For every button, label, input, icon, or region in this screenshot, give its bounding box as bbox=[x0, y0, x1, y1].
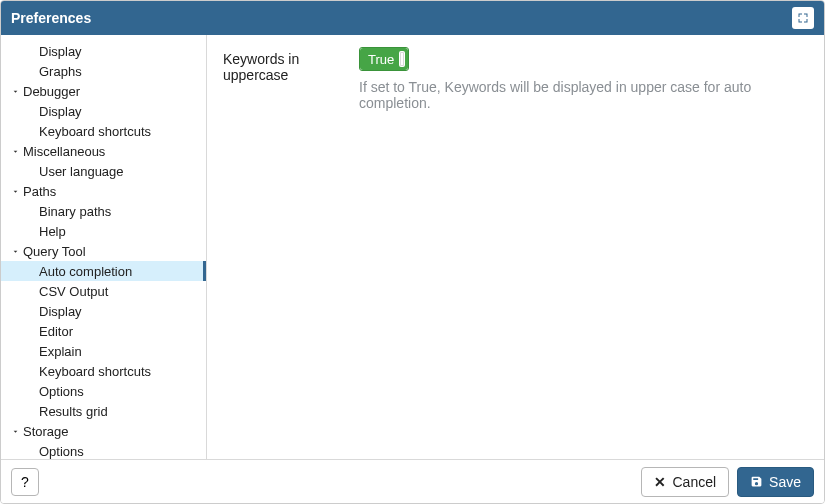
save-button[interactable]: Save bbox=[737, 467, 814, 497]
setting-value: True If set to True, Keywords will be di… bbox=[359, 47, 808, 111]
tree-leaf[interactable]: Results grid bbox=[1, 401, 206, 421]
tree-label: Keyboard shortcuts bbox=[39, 124, 151, 139]
sidebar[interactable]: DisplayGraphsDebuggerDisplayKeyboard sho… bbox=[1, 35, 207, 459]
tree-leaf[interactable]: Display bbox=[1, 101, 206, 121]
tree-label: Display bbox=[39, 104, 82, 119]
tree-leaf[interactable]: Keyboard shortcuts bbox=[1, 361, 206, 381]
tree-leaf[interactable]: Keyboard shortcuts bbox=[1, 121, 206, 141]
expand-icon[interactable] bbox=[792, 7, 814, 29]
tree-label: Keyboard shortcuts bbox=[39, 364, 151, 379]
tree-leaf[interactable]: Explain bbox=[1, 341, 206, 361]
tree-label: Paths bbox=[23, 184, 56, 199]
tree-leaf[interactable]: CSV Output bbox=[1, 281, 206, 301]
tree-label: Debugger bbox=[23, 84, 80, 99]
tree-label: Results grid bbox=[39, 404, 108, 419]
tree-label: Display bbox=[39, 44, 82, 59]
tree-label: Graphs bbox=[39, 64, 82, 79]
tree-group[interactable]: Miscellaneous bbox=[1, 141, 206, 161]
toggle-knob bbox=[400, 52, 404, 66]
tree-leaf[interactable]: Auto completion bbox=[1, 261, 206, 281]
close-icon: ✕ bbox=[654, 474, 666, 490]
tree-leaf[interactable]: Binary paths bbox=[1, 201, 206, 221]
tree-label: Display bbox=[39, 304, 82, 319]
tree-leaf[interactable]: Help bbox=[1, 221, 206, 241]
tree-label: User language bbox=[39, 164, 124, 179]
save-icon bbox=[750, 475, 763, 488]
tree-group[interactable]: Debugger bbox=[1, 81, 206, 101]
toggle-switch[interactable]: True bbox=[359, 47, 409, 71]
tree-leaf[interactable]: Editor bbox=[1, 321, 206, 341]
cancel-button[interactable]: ✕ Cancel bbox=[641, 467, 729, 497]
tree-leaf[interactable]: Display bbox=[1, 301, 206, 321]
tree-label: Auto completion bbox=[39, 264, 132, 279]
tree-leaf[interactable]: User language bbox=[1, 161, 206, 181]
tree-group[interactable]: Storage bbox=[1, 421, 206, 441]
tree-leaf[interactable]: Options bbox=[1, 441, 206, 459]
tree-label: Storage bbox=[23, 424, 69, 439]
footer: ? ✕ Cancel Save bbox=[1, 459, 824, 503]
help-button[interactable]: ? bbox=[11, 468, 39, 496]
tree-label: Miscellaneous bbox=[23, 144, 105, 159]
content-pane: Keywords in uppercase True If set to Tru… bbox=[207, 35, 824, 459]
tree-group[interactable]: Paths bbox=[1, 181, 206, 201]
tree-label: Options bbox=[39, 384, 84, 399]
tree-label: CSV Output bbox=[39, 284, 108, 299]
tree-label: Query Tool bbox=[23, 244, 86, 259]
tree-leaf[interactable]: Display bbox=[1, 41, 206, 61]
setting-help-text: If set to True, Keywords will be display… bbox=[359, 79, 808, 111]
window-title: Preferences bbox=[11, 10, 91, 26]
tree-label: Options bbox=[39, 444, 84, 459]
tree-label: Editor bbox=[39, 324, 73, 339]
tree-group[interactable]: Query Tool bbox=[1, 241, 206, 261]
toggle-text: True bbox=[368, 52, 394, 67]
tree-leaf[interactable]: Options bbox=[1, 381, 206, 401]
tree-label: Explain bbox=[39, 344, 82, 359]
tree-label: Help bbox=[39, 224, 66, 239]
tree-label: Binary paths bbox=[39, 204, 111, 219]
tree-leaf[interactable]: Graphs bbox=[1, 61, 206, 81]
setting-label: Keywords in uppercase bbox=[223, 47, 353, 83]
titlebar: Preferences bbox=[1, 1, 824, 35]
dialog-body: DisplayGraphsDebuggerDisplayKeyboard sho… bbox=[1, 35, 824, 459]
